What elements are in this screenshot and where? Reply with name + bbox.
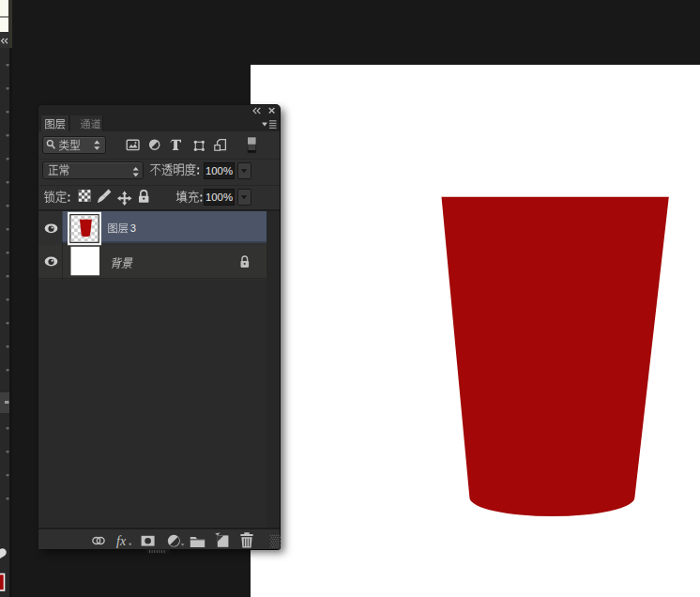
svg-text:fx: fx (116, 534, 127, 548)
svg-text:100%: 100% (205, 191, 233, 203)
svg-text:3: 3 (130, 222, 136, 234)
svg-text:100%: 100% (205, 165, 233, 176)
